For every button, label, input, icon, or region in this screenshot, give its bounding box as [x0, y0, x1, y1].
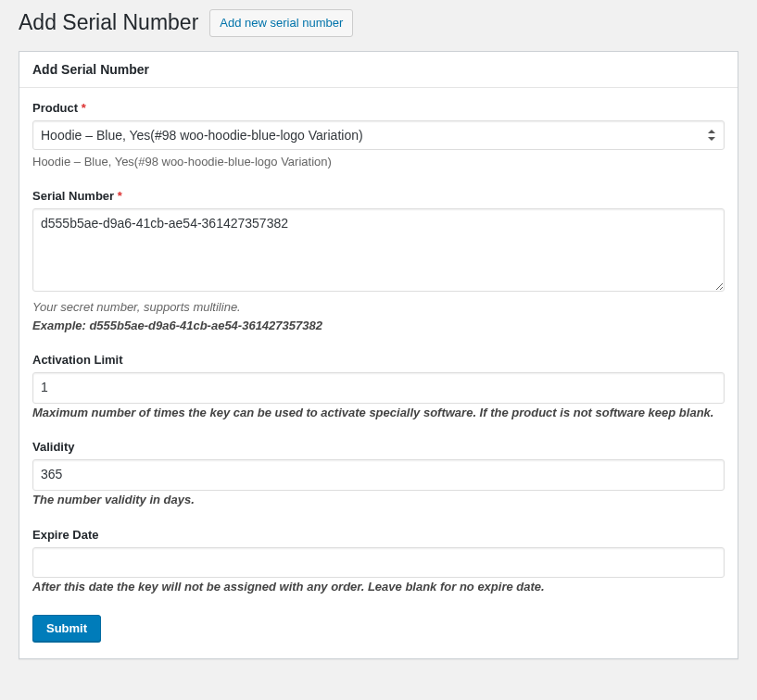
add-new-serial-button[interactable]: Add new serial number: [209, 9, 353, 37]
validity-input[interactable]: [32, 459, 725, 491]
required-marker: *: [82, 101, 86, 115]
expire-date-field: Expire Date After this date the key will…: [32, 528, 725, 596]
product-select[interactable]: Hoodie – Blue, Yes(#98 woo-hoodie-blue-l…: [32, 120, 725, 150]
activation-limit-description: Maximum number of times the key can be u…: [32, 404, 725, 422]
postbox-header: Add Serial Number: [19, 52, 738, 88]
serial-number-label: Serial Number *: [32, 189, 725, 203]
validity-label: Validity: [32, 440, 725, 454]
activation-limit-input[interactable]: [32, 372, 725, 404]
product-field: Product * Hoodie – Blue, Yes(#98 woo-hoo…: [32, 101, 725, 171]
expire-date-label: Expire Date: [32, 528, 725, 542]
serial-number-description-2: Example: d555b5ae-d9a6-41cb-ae54-3614273…: [32, 317, 725, 335]
submit-button[interactable]: Submit: [32, 615, 101, 642]
page-title: Add Serial Number: [19, 9, 198, 37]
expire-date-description: After this date the key will not be assi…: [32, 578, 725, 596]
serial-number-field: Serial Number * d555b5ae-d9a6-41cb-ae54-…: [32, 189, 725, 334]
serial-number-description-1: Your secret number, supports multiline.: [32, 298, 725, 317]
validity-description: The number validity in days.: [32, 491, 725, 509]
page-header: Add Serial Number Add new serial number: [19, 9, 738, 37]
form-postbox: Add Serial Number Product * Hoodie – Blu…: [19, 51, 738, 659]
postbox-title: Add Serial Number: [32, 62, 725, 77]
product-label: Product *: [32, 101, 725, 115]
activation-limit-label: Activation Limit: [32, 353, 725, 367]
expire-date-input[interactable]: [32, 547, 725, 579]
validity-field: Validity The number validity in days.: [32, 440, 725, 508]
serial-number-input[interactable]: d555b5ae-d9a6-41cb-ae54-361427357382: [32, 208, 725, 292]
required-marker: *: [118, 189, 122, 203]
product-selected-display: Hoodie – Blue, Yes(#98 woo-hoodie-blue-l…: [32, 153, 725, 171]
activation-limit-field: Activation Limit Maximum number of times…: [32, 353, 725, 421]
